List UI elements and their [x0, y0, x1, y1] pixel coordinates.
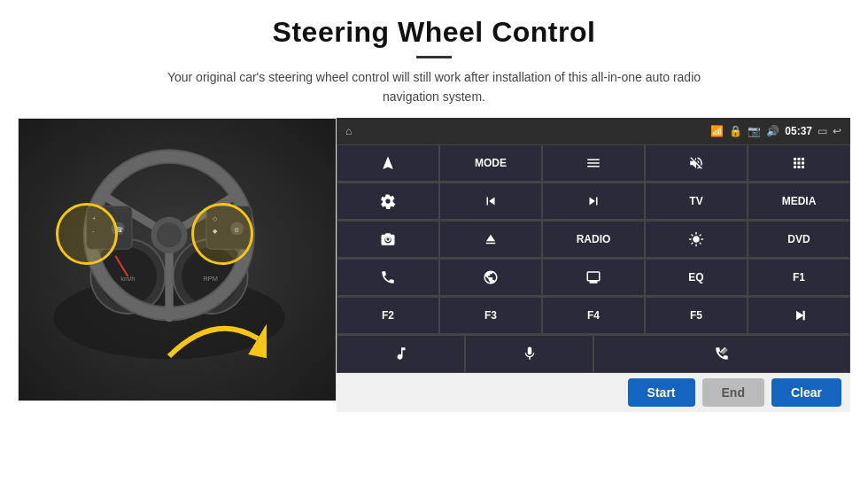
main-content: km/h RPM + - ☎: [18, 118, 850, 412]
lock-icon: 🔒: [729, 125, 742, 137]
mode-button[interactable]: MODE: [439, 144, 542, 182]
phone-button[interactable]: [337, 259, 439, 296]
right-highlight-circle: [191, 203, 253, 265]
back-icon: ↩: [833, 125, 841, 137]
btn-row-6: [337, 335, 850, 373]
page-title: Steering Wheel Control: [35, 16, 833, 49]
btn-row-4: EQ F1: [337, 259, 850, 297]
status-bar-left: ⌂: [345, 125, 352, 137]
btn-row-3: RADIO DVD: [337, 221, 850, 259]
prev-button[interactable]: [439, 183, 542, 220]
dvd-button[interactable]: DVD: [748, 221, 850, 258]
mic-button[interactable]: [465, 335, 593, 373]
clear-button[interactable]: Clear: [771, 378, 841, 407]
btn-row-1: MODE: [337, 144, 850, 183]
radio-button[interactable]: RADIO: [542, 221, 645, 258]
wifi-icon: 📶: [710, 125, 724, 137]
media-button[interactable]: MEDIA: [748, 183, 850, 220]
play-pause-button[interactable]: [748, 297, 850, 334]
mute-button[interactable]: [645, 144, 748, 182]
f4-button[interactable]: F4: [542, 297, 645, 334]
f1-button[interactable]: F1: [748, 259, 850, 296]
browse-button[interactable]: [439, 259, 542, 296]
btn-row-2: TV MEDIA: [337, 183, 850, 221]
screen-icon: ▭: [818, 125, 827, 137]
home-icon: ⌂: [345, 125, 352, 137]
btn-row-5: F2 F3 F4 F5: [337, 297, 850, 335]
page-header: Steering Wheel Control Your original car…: [0, 0, 868, 118]
call-end-button[interactable]: [593, 335, 850, 373]
f3-button[interactable]: F3: [439, 297, 542, 334]
title-divider: [416, 56, 452, 58]
dashboard-screen: ⌂ 📶 🔒 📷 🔊 05:37 ▭ ↩ MODE: [337, 118, 850, 412]
arrow-indicator: [160, 303, 267, 374]
start-button[interactable]: Start: [628, 378, 695, 407]
bluetooth-icon: 🔊: [766, 125, 779, 137]
music-button[interactable]: [337, 335, 465, 373]
page-description: Your original car's steering wheel contr…: [151, 67, 717, 107]
end-button[interactable]: End: [702, 378, 764, 407]
brightness-button[interactable]: [645, 221, 748, 258]
car-image: km/h RPM + - ☎: [18, 118, 337, 401]
f2-button[interactable]: F2: [337, 297, 439, 334]
settings-button[interactable]: [337, 183, 439, 220]
svg-point-14: [157, 222, 182, 247]
eq-button[interactable]: EQ: [645, 259, 748, 296]
apps-button[interactable]: [748, 144, 850, 182]
list-button[interactable]: [542, 144, 645, 182]
button-grid: MODE: [337, 144, 850, 373]
sd-icon: 📷: [748, 125, 761, 137]
svg-rect-26: [803, 311, 805, 321]
next-button[interactable]: [542, 183, 645, 220]
screen-mirror-button[interactable]: [542, 259, 645, 296]
navigate-button[interactable]: [337, 144, 439, 182]
status-time: 05:37: [785, 125, 812, 137]
svg-text:RPM: RPM: [203, 274, 218, 282]
eject-button[interactable]: [439, 221, 542, 258]
cam360-button[interactable]: [337, 221, 439, 258]
status-bar-right: 📶 🔒 📷 🔊 05:37 ▭ ↩: [710, 125, 841, 137]
f5-button[interactable]: F5: [645, 297, 748, 334]
status-bar: ⌂ 📶 🔒 📷 🔊 05:37 ▭ ↩: [337, 118, 850, 144]
tv-button[interactable]: TV: [645, 183, 748, 220]
bottom-bar: Start End Clear: [337, 373, 850, 412]
left-highlight-circle: [56, 203, 118, 265]
